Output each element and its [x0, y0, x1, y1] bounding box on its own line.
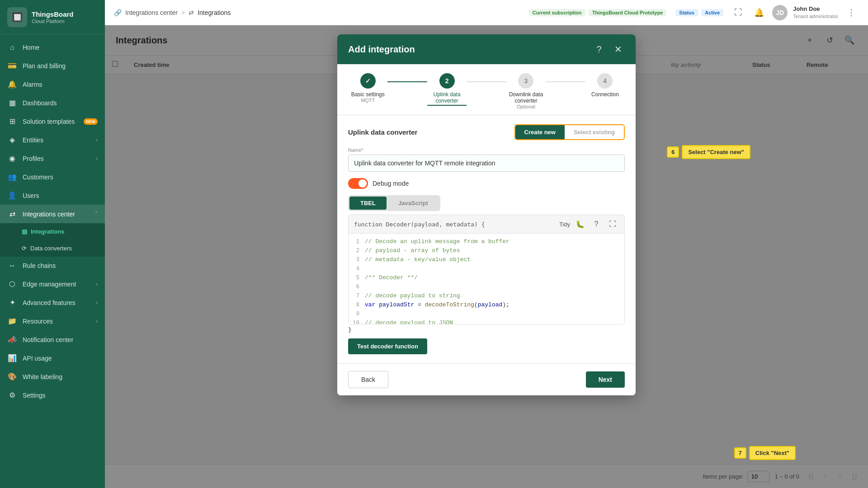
sidebar-item-api-usage[interactable]: 📊 API usage [0, 349, 105, 367]
fullscreen-button[interactable]: ⛶ [731, 5, 746, 20]
sidebar-item-edge-management[interactable]: ⬡ Edge management › [0, 275, 105, 293]
sidebar-item-solution-templates[interactable]: ⊞ Solution templates NEW [0, 112, 105, 131]
code-line: 2 // payload - array of bytes [349, 246, 624, 255]
converter-section-title: Uplink data converter [348, 128, 417, 136]
code-line: 1 // Decode an uplink message from a buf… [349, 237, 624, 246]
sidebar-item-label: White labeling [23, 373, 98, 380]
sidebar-item-notification-center[interactable]: 📣 Notification center [0, 330, 105, 349]
user-role: Tenant administrator [793, 13, 838, 19]
next-button[interactable]: Next [586, 371, 625, 388]
new-badge: NEW [84, 118, 98, 125]
step-4-label: Connection [591, 91, 619, 98]
modal-help-button[interactable]: ? [592, 42, 606, 56]
sidebar-item-data-converters[interactable]: ⟳ Data converters [0, 240, 105, 257]
sidebar-sub-label: Integrations [31, 228, 64, 235]
code-lang-tabs-row: TBEL JavaScript [348, 195, 625, 211]
code-editor-actions: Tidy 🐛 ? ⛶ [559, 218, 619, 230]
converter-header: Uplink data converter Create new Select … [348, 124, 625, 140]
step-connector-2 [467, 81, 506, 82]
step-2-circle: 2 [439, 73, 455, 89]
notifications-button[interactable]: 🔔 [751, 5, 767, 20]
chevron-right-icon: › [96, 155, 98, 162]
sidebar-item-plan-billing[interactable]: 💳 Plan and billing [0, 56, 105, 75]
sidebar-item-alarms[interactable]: 🔔 Alarms [0, 75, 105, 94]
annotation-6-text: Select "Create new" [682, 145, 750, 159]
sidebar-item-label: Settings [23, 392, 98, 399]
sidebar-item-users[interactable]: 👤 Users [0, 186, 105, 205]
code-line: 5 /** Decoder **/ [349, 273, 624, 282]
select-existing-button[interactable]: Select existing [565, 125, 624, 139]
debug-mode-toggle[interactable]: ✓ [348, 178, 368, 189]
sidebar-item-integrations[interactable]: ▤ Integrations [0, 223, 105, 240]
integrations-sub-icon: ▤ [22, 228, 27, 235]
code-line: 8 var payloadStr = decodeToString(payloa… [349, 300, 624, 310]
fullscreen-icon-btn[interactable]: ⛶ [606, 218, 619, 230]
home-icon: ⌂ [7, 43, 17, 52]
sidebar-logo: 🔲 ThingsBoard Cloud Platform [0, 0, 105, 35]
more-menu-button[interactable]: ⋮ [844, 5, 859, 20]
sidebar-item-home[interactable]: ⌂ Home [0, 38, 105, 56]
name-label: Name* [348, 147, 625, 153]
sidebar-item-rule-chains[interactable]: ↔ Rule chains [0, 257, 105, 275]
sidebar-item-entities[interactable]: ◈ Entities › [0, 131, 105, 149]
sidebar-item-label: Resources [23, 318, 96, 325]
create-new-button[interactable]: Create new [515, 125, 565, 139]
status-info: Status Active [674, 9, 723, 16]
modal-header-actions: ? ✕ [592, 42, 625, 56]
rule-chains-icon: ↔ [7, 262, 17, 270]
sidebar-item-label: Notification center [23, 336, 98, 343]
modal-overlay: Add integration ? ✕ ✓ Basic settings MQT… [105, 25, 868, 488]
sidebar-item-customers[interactable]: 👥 Customers [0, 168, 105, 186]
sidebar-item-dashboards[interactable]: ▦ Dashboards [0, 94, 105, 112]
breadcrumb-separator: > [181, 9, 185, 16]
sidebar-item-label: Home [23, 44, 98, 51]
modal-close-button[interactable]: ✕ [611, 42, 625, 56]
sidebar-item-label: Alarms [23, 81, 98, 88]
alarms-icon: 🔔 [7, 80, 17, 89]
topbar-right: Current subscription ThingsBoard Cloud P… [527, 5, 859, 20]
test-decoder-button[interactable]: Test decoder function [348, 338, 427, 354]
debug-icon-btn[interactable]: 🐛 [574, 218, 586, 230]
sidebar-item-profiles[interactable]: ◉ Profiles › [0, 149, 105, 168]
back-button[interactable]: Back [348, 371, 388, 388]
tbel-tab[interactable]: TBEL [349, 197, 387, 210]
sidebar-item-label: Integrations center [23, 211, 95, 218]
toggle-check-icon: ✓ [361, 181, 365, 187]
sidebar-item-integrations-center[interactable]: ⇄ Integrations center ˅ [0, 205, 105, 223]
javascript-tab[interactable]: JavaScript [387, 197, 439, 210]
debug-row: ✓ Debug mode [348, 178, 625, 189]
sidebar-item-advanced-features[interactable]: ✦ Advanced features › [0, 293, 105, 312]
step-1-label: Basic settings [351, 91, 385, 98]
sidebar-item-settings[interactable]: ⚙ Settings [0, 386, 105, 404]
sidebar-item-white-labeling[interactable]: 🎨 White labeling [0, 367, 105, 386]
sidebar-item-label: Rule chains [23, 262, 98, 269]
annotation-6-num: 6 [667, 146, 679, 158]
code-line: 3 // metadata - key/value object [349, 255, 624, 264]
help-icon-btn[interactable]: ? [590, 218, 603, 230]
step-1-circle: ✓ [360, 73, 376, 89]
code-editor-toolbar: function Decoder(payload, metadata) { Ti… [349, 215, 624, 234]
step-4: 4 Connection [585, 73, 625, 98]
code-closing-brace: } [348, 324, 625, 335]
edge-management-icon: ⬡ [7, 280, 17, 288]
modal-footer: Back Next [337, 363, 636, 395]
app-logo-icon: 🔲 [7, 7, 27, 27]
white-labeling-icon: 🎨 [7, 372, 17, 381]
solution-templates-icon: ⊞ [7, 117, 17, 126]
avatar: JD [772, 5, 788, 20]
profiles-icon: ◉ [7, 154, 17, 163]
code-lang-tabs: TBEL JavaScript [348, 195, 440, 211]
step-2-label: Uplink data converter [427, 91, 467, 106]
name-input[interactable] [348, 155, 625, 172]
sidebar-item-label: API usage [23, 355, 98, 362]
step-connector-3 [546, 81, 585, 82]
add-integration-modal: Add integration ? ✕ ✓ Basic settings MQT… [337, 34, 636, 395]
breadcrumb-integrations-center[interactable]: Integrations center [125, 9, 178, 16]
sidebar-item-label: Solution templates [23, 118, 81, 125]
advanced-features-icon: ✦ [7, 298, 17, 307]
sidebar-item-label: Plan and billing [23, 62, 98, 70]
code-editor[interactable]: 1 // Decode an uplink message from a buf… [349, 234, 624, 324]
sidebar: 🔲 ThingsBoard Cloud Platform ⌂ Home 💳 Pl… [0, 0, 105, 488]
code-editor-container: function Decoder(payload, metadata) { Ti… [348, 215, 625, 324]
sidebar-item-resources[interactable]: 📁 Resources › [0, 312, 105, 330]
